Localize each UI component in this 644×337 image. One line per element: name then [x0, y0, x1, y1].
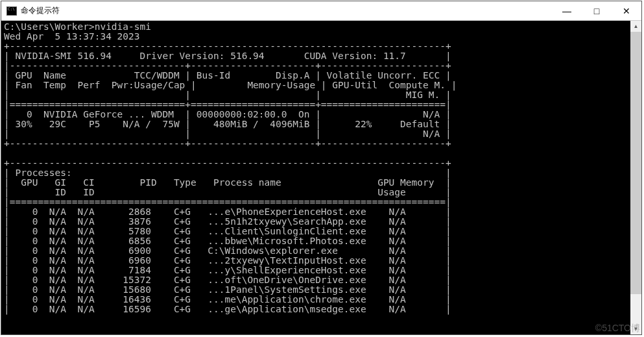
maximize-button[interactable]: □	[582, 1, 612, 20]
window-buttons: — □ ✕	[552, 1, 641, 20]
scrollbar[interactable]: ▲ ▼	[630, 21, 641, 334]
cmd-icon	[6, 6, 17, 16]
terminal-area: C:\Users\Worker>nvidia-smi Wed Apr 5 13:…	[1, 21, 641, 334]
titlebar[interactable]: 命令提示符 — □ ✕	[1, 1, 641, 21]
scroll-track[interactable]	[630, 32, 641, 323]
minimize-button[interactable]: —	[552, 1, 582, 20]
close-button[interactable]: ✕	[612, 1, 641, 20]
scroll-down-button[interactable]: ▼	[630, 323, 641, 334]
scroll-thumb[interactable]	[630, 32, 641, 294]
scroll-up-button[interactable]: ▲	[630, 21, 641, 32]
window-title: 命令提示符	[21, 5, 552, 16]
terminal-output[interactable]: C:\Users\Worker>nvidia-smi Wed Apr 5 13:…	[1, 21, 630, 334]
cmd-window: 命令提示符 — □ ✕ C:\Users\Worker>nvidia-smi W…	[1, 1, 642, 335]
